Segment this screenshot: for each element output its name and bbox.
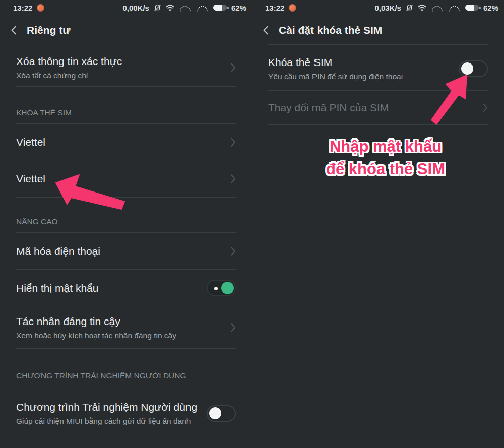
user-experience-toggle[interactable]	[207, 405, 236, 422]
chevron-right-icon	[231, 323, 236, 332]
battery-percent: 62%	[231, 4, 246, 12]
section-label: CHƯƠNG TRÌNH TRẢI NGHIỆM NGƯỜI DÙNG	[16, 371, 186, 380]
list-item-show-passwords[interactable]: Hiển thị mật khẩu	[0, 270, 252, 306]
page-title: Cài đặt khóa thẻ SIM	[279, 24, 382, 36]
annotation-text: Nhập mật khẩu để khóa thẻ SIM	[272, 135, 499, 180]
app-header: Riêng tư	[0, 18, 252, 42]
back-icon[interactable]	[262, 25, 269, 35]
list-item-change-sim-pin[interactable]: Thay đổi mã PIN của SIM	[252, 91, 504, 125]
recorder-badge-icon	[289, 4, 296, 12]
item-title: Khóa thẻ SIM	[268, 56, 452, 69]
item-title: Thay đổi mã PIN của SIM	[268, 101, 476, 114]
screenshot-root: 13:22 0,00K/s	[0, 0, 504, 448]
item-subtitle: Yêu cầu mã PIN để sử dụng điện thoại	[268, 72, 452, 82]
list-item-viettel-sim1[interactable]: Viettel	[0, 124, 252, 160]
lock-sim-toggle[interactable]	[459, 60, 488, 77]
signal-searching-icon	[179, 4, 192, 12]
bell-muted-icon	[154, 4, 161, 12]
section-label: KHÓA THẺ SIM	[16, 108, 72, 117]
show-passwords-toggle[interactable]	[207, 280, 236, 296]
item-title: Tác nhân đáng tin cậy	[16, 315, 224, 328]
chevron-right-icon	[231, 247, 236, 256]
list-item-user-experience-program[interactable]: Chương trình Trải nghiệm Người dùng Giúp…	[0, 387, 252, 439]
item-subtitle: Xóa tất cả chứng chỉ	[16, 71, 224, 81]
list-item-clear-credentials[interactable]: Xóa thông tin xác thực Xóa tất cả chứng …	[0, 48, 252, 87]
recorder-badge-icon	[37, 4, 44, 12]
page-title: Riêng tư	[27, 24, 70, 36]
battery-percent: 62%	[483, 4, 498, 12]
section-advanced: NÂNG CAO	[0, 198, 252, 233]
status-bar: 13:22 0,00K/s	[0, 0, 252, 15]
bell-muted-icon	[406, 4, 413, 12]
status-bar: 13:22 0,03K/s	[252, 0, 504, 15]
network-speed: 0,00K/s	[122, 4, 149, 12]
item-title: Hiển thị mật khẩu	[16, 282, 200, 295]
section-sim-lock: KHÓA THẺ SIM	[0, 87, 252, 124]
item-title: Viettel	[16, 136, 224, 149]
privacy-settings-screen: 13:22 0,00K/s	[0, 0, 252, 448]
chevron-right-icon	[483, 103, 488, 112]
battery-icon	[213, 5, 227, 11]
clock: 13:22	[13, 4, 32, 12]
section-user-experience: CHƯƠNG TRÌNH TRẢI NGHIỆM NGƯỜI DÙNG	[0, 349, 252, 387]
list-item-encrypt-phone[interactable]: Mã hóa điện thoại	[0, 233, 252, 270]
header-divider	[268, 44, 488, 45]
wifi-icon	[166, 4, 174, 11]
list-item-viettel-sim2[interactable]: Viettel	[0, 160, 252, 198]
annotation-line-2: để khóa thẻ SIM	[272, 158, 499, 180]
clock: 13:22	[265, 4, 284, 12]
item-title: Mã hóa điện thoại	[16, 245, 224, 258]
chevron-right-icon	[231, 63, 236, 72]
list-item-trust-agents[interactable]: Tác nhân đáng tin cậy Xem hoặc hủy kích …	[0, 306, 252, 349]
item-title: Chương trình Trải nghiệm Người dùng	[16, 401, 200, 414]
signal-searching-icon	[431, 4, 444, 12]
sim-lock-settings-screen: 13:22 0,03K/s	[252, 0, 504, 448]
signal-searching-icon	[448, 4, 461, 12]
chevron-right-icon	[231, 138, 236, 147]
signal-searching-icon	[196, 4, 209, 12]
item-subtitle: Giúp cải thiện MIUI bằng cách gửi dữ liệ…	[16, 416, 200, 426]
wifi-icon	[418, 4, 426, 11]
item-subtitle: Xem hoặc hủy kích hoạt tác nhân đáng tin…	[16, 331, 224, 341]
annotation-line-1: Nhập mật khẩu	[272, 135, 499, 158]
network-speed: 0,03K/s	[374, 4, 401, 12]
item-title: Xóa thông tin xác thực	[16, 55, 224, 68]
back-icon[interactable]	[10, 25, 17, 35]
list-item-lock-sim[interactable]: Khóa thẻ SIM Yêu cầu mã PIN để sử dụng đ…	[252, 46, 504, 91]
item-title: Viettel	[16, 172, 224, 185]
battery-icon	[465, 5, 479, 11]
app-header: Cài đặt khóa thẻ SIM	[252, 18, 504, 42]
section-label: NÂNG CAO	[16, 217, 58, 226]
chevron-right-icon	[231, 174, 236, 183]
